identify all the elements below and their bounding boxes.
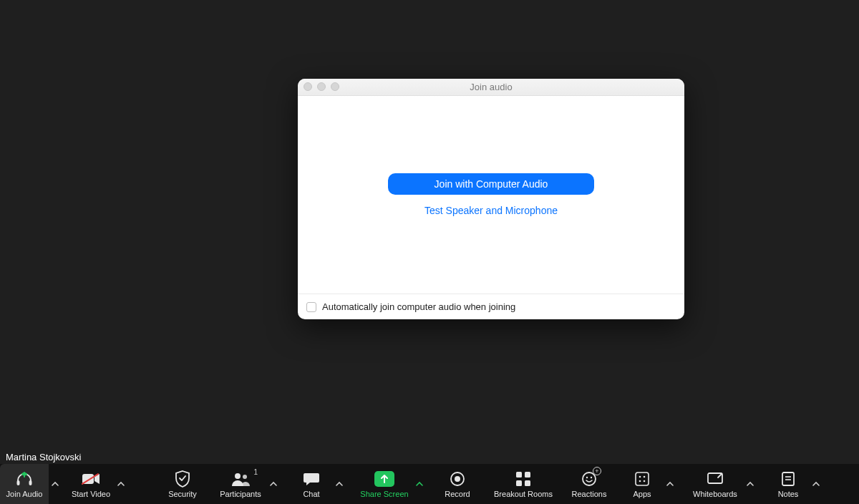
participants-label: Participants (220, 490, 261, 498)
apps-button[interactable]: Apps (621, 464, 664, 504)
participant-name-label: Martina Stojkovski (3, 450, 84, 464)
share-screen-button[interactable]: Share Screen (356, 464, 413, 504)
svg-rect-9 (516, 480, 522, 486)
share-screen-icon (374, 470, 394, 488)
chat-icon (303, 470, 320, 488)
svg-rect-8 (525, 472, 530, 478)
chat-label: Chat (303, 490, 319, 498)
svg-rect-20 (782, 472, 794, 485)
svg-point-4 (243, 475, 247, 479)
svg-rect-1 (29, 480, 32, 485)
chat-button[interactable]: Chat (290, 464, 333, 504)
headphones-icon (15, 470, 34, 488)
participants-button[interactable]: 1 Participants (214, 464, 267, 504)
dialog-body: Join with Computer Audio Test Speaker an… (298, 96, 684, 294)
notes-button[interactable]: Notes (767, 464, 810, 504)
svg-point-6 (455, 476, 460, 482)
start-video-dropdown[interactable] (115, 464, 127, 504)
notes-dropdown[interactable] (810, 464, 822, 504)
whiteboards-label: Whiteboards (693, 490, 737, 498)
join-with-computer-audio-button[interactable]: Join with Computer Audio (388, 173, 594, 195)
apps-dropdown[interactable] (664, 464, 676, 504)
svg-rect-14 (636, 472, 649, 485)
traffic-light-minimize[interactable] (317, 82, 326, 91)
svg-point-18 (644, 480, 646, 483)
record-button[interactable]: Record (436, 464, 479, 504)
reactions-label: Reactions (572, 490, 607, 498)
meeting-toolbar: Join Audio Start Video (0, 464, 859, 504)
svg-rect-7 (516, 472, 522, 478)
participants-count-badge: 1 (253, 468, 258, 476)
whiteboards-button[interactable]: Whiteboards (686, 464, 744, 504)
join-audio-button[interactable]: Join Audio (0, 464, 49, 504)
auto-join-audio-label: Automatically join computer audio when j… (322, 301, 515, 312)
reactions-button[interactable]: + Reactions (568, 464, 611, 504)
apps-icon (634, 470, 650, 488)
breakout-rooms-label: Breakout Rooms (494, 490, 553, 498)
svg-point-16 (644, 476, 646, 478)
svg-point-12 (586, 477, 588, 478)
apps-label: Apps (633, 490, 651, 498)
traffic-light-close[interactable] (304, 82, 312, 91)
dialog-footer: Automatically join computer audio when j… (298, 294, 684, 319)
svg-rect-10 (525, 480, 530, 486)
svg-point-13 (591, 477, 592, 478)
traffic-light-zoom[interactable] (331, 82, 339, 91)
notes-icon (780, 470, 796, 488)
join-audio-dialog: Join audio Join with Computer Audio Test… (298, 79, 684, 319)
dialog-titlebar: Join audio (298, 79, 684, 96)
join-audio-label: Join Audio (6, 490, 43, 498)
shield-icon (175, 470, 190, 488)
svg-point-15 (639, 476, 641, 478)
notes-label: Notes (778, 490, 799, 498)
participants-icon: 1 (230, 470, 251, 488)
start-video-label: Start Video (72, 490, 110, 498)
security-label: Security (168, 490, 197, 498)
record-icon (450, 470, 465, 488)
svg-point-3 (235, 473, 241, 479)
video-camera-slash-icon (82, 470, 100, 488)
share-screen-label: Share Screen (360, 490, 408, 498)
security-button[interactable]: Security (161, 464, 204, 504)
participants-dropdown[interactable] (267, 464, 280, 504)
smile-icon: + (581, 470, 597, 488)
start-video-button[interactable]: Start Video (67, 464, 115, 504)
auto-join-audio-checkbox[interactable] (306, 302, 316, 312)
record-label: Record (445, 490, 470, 498)
window-traffic-lights (304, 82, 339, 91)
svg-rect-0 (17, 480, 20, 485)
svg-point-17 (639, 480, 641, 483)
breakout-rooms-icon (515, 470, 531, 488)
breakout-rooms-button[interactable]: Breakout Rooms (489, 464, 558, 504)
join-audio-dropdown[interactable] (49, 464, 62, 504)
test-speaker-and-microphone-link[interactable]: Test Speaker and Microphone (424, 205, 558, 216)
dialog-title: Join audio (298, 82, 684, 92)
chat-dropdown[interactable] (333, 464, 346, 504)
share-screen-dropdown[interactable] (413, 464, 426, 504)
whiteboards-dropdown[interactable] (744, 464, 757, 504)
reactions-plus-icon: + (593, 467, 601, 475)
whiteboard-icon (707, 470, 724, 488)
